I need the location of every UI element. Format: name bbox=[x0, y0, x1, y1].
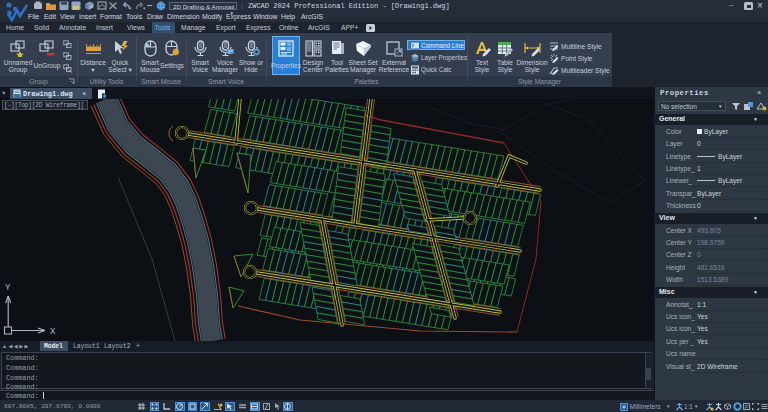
svg-text:X: X bbox=[50, 327, 56, 337]
svg-text:Y: Y bbox=[5, 283, 11, 293]
svg-text:P: P bbox=[745, 404, 749, 410]
